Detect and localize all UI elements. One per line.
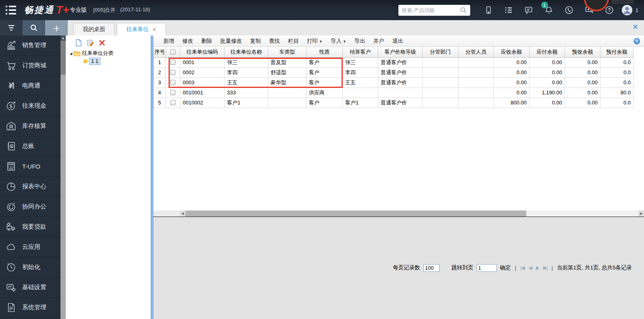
sidebar-item-label: 基础设置 (22, 284, 46, 291)
filter-menu-icon[interactable] (0, 20, 23, 35)
horizontal-scrollbar[interactable]: ◀ ▶ (153, 211, 644, 217)
tree-child-label[interactable]: 1 1 (89, 58, 100, 65)
row-checkbox[interactable] (170, 90, 175, 95)
svg-text:¥: ¥ (10, 145, 13, 148)
row-checkbox[interactable] (170, 70, 175, 75)
col-header-10[interactable]: 应付余额 (529, 47, 565, 58)
toolbar-button-10[interactable]: 导出 (351, 37, 369, 46)
phone-service-icon[interactable] (559, 5, 579, 15)
scroll-right-icon[interactable]: ▶ (638, 211, 644, 217)
table-row-4[interactable]: 40010001333供应商0.001,190.000.0080.0 (154, 88, 644, 98)
cell: 0002 (180, 68, 225, 78)
col-header-12[interactable]: 预付余额 (600, 47, 634, 58)
warehouse-icon: ¥ (6, 121, 17, 131)
select-all-checkbox[interactable] (170, 49, 175, 54)
sidebar-item-9[interactable]: 协同办公 (0, 197, 60, 217)
toolbar-button-12[interactable]: 退出 (389, 37, 407, 46)
tab-2[interactable]: 往来单位✕ (117, 23, 166, 35)
search-icon[interactable] (460, 6, 467, 14)
toolbar-button-9[interactable]: 导入▼ (327, 37, 350, 46)
prev-page-icon[interactable]: ◀ (529, 265, 532, 271)
delete-category-icon[interactable] (98, 39, 106, 47)
col-header-2[interactable]: 往来单位名称 (225, 47, 268, 58)
col-header-7[interactable]: 分管部门 (423, 47, 459, 58)
product-search[interactable] (398, 5, 470, 16)
col-header-8[interactable]: 分管人员 (459, 47, 494, 58)
toolbar-help-icon[interactable]: ? (634, 38, 640, 44)
col-header-9[interactable]: 应收余额 (494, 47, 529, 58)
toolbar-button-1[interactable]: 新增 (160, 37, 178, 46)
col-header-1[interactable]: 往来单位编码 (180, 47, 225, 58)
sidebar-item-3[interactable]: ¥电商通 (0, 76, 60, 96)
tab-close-icon[interactable]: ✕ (152, 27, 156, 33)
sidebar-item-14[interactable]: 系统管理 (0, 298, 60, 318)
table-row-2[interactable]: 20002李四舒适型客户李四普通客户价0.000.000.000.0 (154, 68, 644, 78)
sidebar-item-2[interactable]: 订货商城 (0, 56, 60, 76)
tab-1[interactable]: 我的桌面 (73, 23, 115, 35)
first-page-icon[interactable]: |◀ (520, 265, 524, 271)
notification-bell-icon[interactable]: 1 (539, 5, 559, 15)
tree-expand-icon[interactable]: ◢ (70, 52, 72, 55)
cell: 0.00 (494, 58, 529, 68)
row-checkbox[interactable] (170, 80, 175, 85)
dropdown-caret-icon: ▼ (343, 40, 346, 44)
toolbar-button-7[interactable]: 栏目 (284, 37, 302, 46)
cell: 客户 (306, 78, 343, 88)
toolbar-button-6[interactable]: 查找 (265, 37, 283, 46)
sidebar-item-7[interactable]: T-UFOT-UFO (0, 156, 60, 177)
row-checkbox[interactable] (170, 60, 175, 65)
goto-confirm-button[interactable]: 确定 (500, 264, 511, 271)
sidebar-item-1[interactable]: 销售管理 (0, 35, 60, 56)
col-header-11[interactable]: 预收余额 (565, 47, 600, 58)
folder-icon (73, 50, 81, 56)
scroll-up-icon[interactable]: ▲ (60, 35, 66, 41)
toolbar-button-5[interactable]: 复制 (246, 37, 265, 46)
last-page-icon[interactable]: ▶| (543, 265, 547, 271)
toolbar-button-2[interactable]: 修改 (179, 37, 197, 46)
tree-root-label[interactable]: 往来单位分类 (82, 50, 113, 57)
sidebar-item-6[interactable]: ¥总账 (0, 136, 60, 156)
tree-node-root[interactable]: ◢ 往来单位分类 (66, 49, 151, 57)
toolbar-button-11[interactable]: 并户 (370, 37, 388, 46)
tree-node-child[interactable]: 1 1 (66, 57, 151, 65)
mobile-app-icon[interactable] (478, 5, 498, 15)
row-checkbox[interactable] (170, 100, 175, 105)
toolbar-button-3[interactable]: 删除 (198, 37, 216, 46)
close-all-icon[interactable]: ✕ (632, 23, 638, 31)
sidebar-item-11[interactable]: 云应用 (0, 237, 60, 257)
cell: 张三 (225, 58, 268, 68)
add-tab-icon[interactable]: ＋ (45, 20, 68, 35)
scrollbar-thumb[interactable] (60, 41, 66, 75)
sidebar-item-10[interactable]: 我要贷款 (0, 217, 60, 237)
col-header-3[interactable]: 车类型 (268, 47, 306, 58)
message-icon[interactable] (519, 5, 539, 15)
col-header-6[interactable]: 客户价格等级 (378, 47, 423, 58)
next-page-icon[interactable]: ▶ (536, 265, 539, 271)
table-row-3[interactable]: 30003王五豪华型客户王五普通客户价0.000.000.000.0 (154, 78, 644, 88)
quick-search-icon[interactable] (23, 20, 45, 35)
toolbar-button-8[interactable]: 打印▼ (303, 37, 326, 46)
sidebar-item-label: 协同办公 (22, 203, 46, 211)
scroll-left-icon[interactable]: ◀ (180, 211, 185, 217)
table-row-1[interactable]: 10001张三普及型客户张三普通客户价0.000.000.000.0 (154, 58, 644, 68)
hscrollbar-thumb[interactable] (185, 211, 526, 217)
col-header-4[interactable]: 性质 (306, 47, 343, 58)
sidebar-item-4[interactable]: $往来现金 (0, 96, 60, 116)
recording-toolbar (611, 0, 634, 4)
edit-category-icon[interactable] (86, 39, 94, 47)
search-input[interactable] (402, 7, 460, 13)
sidebar-item-8[interactable]: 报表中心 (0, 177, 60, 197)
table-row-5[interactable]: 50010002客户1客户客户1普通客户价800.000.000.000.0 (154, 98, 644, 108)
per-page-input[interactable] (423, 264, 440, 272)
toolbar-button-4[interactable]: 批量修改 (217, 37, 246, 46)
sidebar-item-13[interactable]: 基础设置 (0, 277, 60, 298)
sidebar-item-5[interactable]: ¥库存核算 (0, 116, 60, 136)
main-menu-icon[interactable] (6, 6, 18, 15)
user-avatar[interactable]: 1 (621, 4, 638, 16)
sidebar-item-12[interactable]: 初始化 (0, 257, 60, 277)
goto-page-input[interactable] (477, 264, 497, 272)
new-category-icon[interactable] (75, 39, 83, 47)
task-list-icon[interactable] (498, 5, 519, 15)
col-header-5[interactable]: 结算客户 (343, 47, 378, 58)
sidebar-scrollbar[interactable]: ▲ (60, 35, 66, 319)
